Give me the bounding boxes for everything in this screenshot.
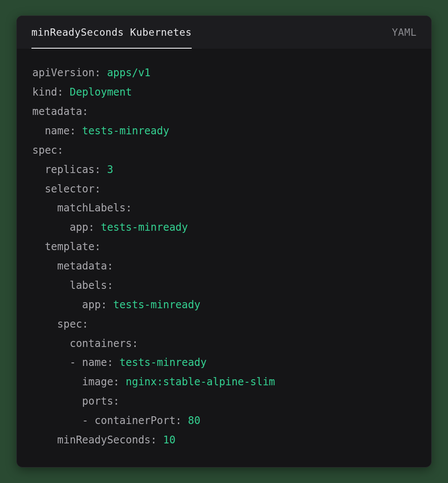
token-key: replicas: bbox=[32, 164, 101, 176]
token-value: Deployment bbox=[70, 86, 132, 98]
token-key bbox=[113, 356, 119, 368]
token-key: name: bbox=[32, 125, 76, 137]
token-key: labels: bbox=[32, 279, 113, 291]
code-block[interactable]: apiVersion: apps/v1 kind: Deployment met… bbox=[17, 49, 431, 467]
token-key: image: bbox=[32, 376, 119, 388]
token-value: 10 bbox=[163, 434, 175, 446]
token-key bbox=[95, 221, 101, 233]
token-key: matchLabels: bbox=[32, 202, 132, 214]
code-snippet-card: minReadySeconds Kubernetes YAML apiVersi… bbox=[16, 15, 432, 468]
language-badge: YAML bbox=[392, 27, 417, 38]
token-key: - containerPort: bbox=[32, 415, 182, 427]
snippet-header: minReadySeconds Kubernetes YAML bbox=[17, 16, 431, 49]
token-key: app: bbox=[32, 221, 95, 233]
token-value: 3 bbox=[107, 164, 113, 176]
token-key: selector: bbox=[32, 183, 101, 195]
token-key bbox=[101, 164, 107, 176]
token-key: - name: bbox=[32, 356, 113, 368]
token-key: ports: bbox=[32, 395, 119, 407]
token-key bbox=[107, 299, 113, 311]
token-key bbox=[63, 86, 69, 98]
token-value: tests-minready bbox=[82, 125, 169, 137]
token-key: kind: bbox=[32, 86, 63, 98]
token-key: containers: bbox=[32, 337, 138, 350]
token-value: nginx:stable-alpine-slim bbox=[126, 376, 275, 388]
token-key: spec: bbox=[32, 318, 88, 330]
token-value: tests-minready bbox=[101, 221, 188, 233]
token-key: metadata: bbox=[32, 105, 88, 118]
token-key: metadata: bbox=[32, 260, 113, 272]
token-key: app: bbox=[32, 299, 107, 311]
token-key: spec: bbox=[32, 144, 63, 156]
token-key bbox=[76, 125, 82, 137]
token-value: apps/v1 bbox=[107, 67, 150, 79]
token-value: tests-minready bbox=[119, 356, 206, 368]
snippet-title-tab[interactable]: minReadySeconds Kubernetes bbox=[31, 16, 192, 49]
token-key bbox=[101, 67, 107, 79]
token-value: tests-minready bbox=[113, 299, 200, 311]
token-key: apiVersion: bbox=[32, 67, 101, 79]
token-key: minReadySeconds: bbox=[32, 434, 157, 446]
token-key bbox=[157, 434, 163, 446]
token-key bbox=[182, 415, 188, 427]
token-key bbox=[119, 376, 125, 388]
token-value: 80 bbox=[188, 415, 200, 427]
token-key: template: bbox=[32, 241, 101, 253]
